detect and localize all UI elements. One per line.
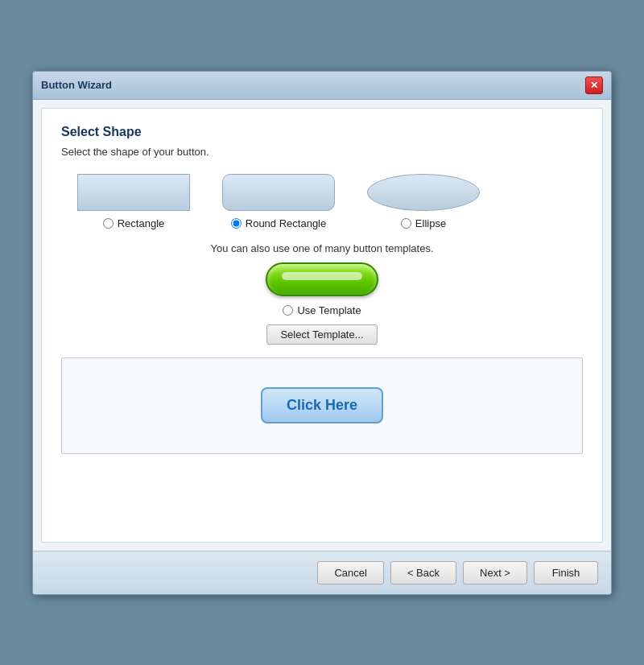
rectangle-option: Rectangle (77, 174, 190, 229)
click-here-button[interactable]: Click Here (261, 387, 383, 423)
ellipse-preview (367, 174, 480, 211)
round-rectangle-label[interactable]: Round Rectangle (231, 217, 326, 229)
section-description: Select the shape of your button. (61, 146, 583, 158)
content-area: Select Shape Select the shape of your bu… (41, 108, 603, 543)
preview-box: Click Here (61, 357, 583, 454)
wizard-window: Button Wizard ✕ Select Shape Select the … (32, 71, 612, 595)
title-bar: Button Wizard ✕ (33, 72, 611, 100)
finish-button[interactable]: Finish (534, 561, 598, 584)
rectangle-label[interactable]: Rectangle (103, 217, 165, 229)
select-template-button[interactable]: Select Template... (266, 324, 377, 345)
round-rectangle-radio[interactable] (231, 218, 242, 229)
use-template-row: Use Template (283, 304, 361, 316)
shapes-row: Rectangle Round Rectangle Ellipse (61, 174, 583, 229)
section-title: Select Shape (61, 125, 583, 139)
next-button[interactable]: Next > (463, 561, 527, 584)
use-template-radio[interactable] (283, 305, 293, 316)
bottom-bar: Cancel < Back Next > Finish (33, 551, 611, 594)
rectangle-radio[interactable] (103, 218, 114, 229)
use-template-label[interactable]: Use Template (283, 304, 361, 316)
round-rectangle-label-text: Round Rectangle (246, 217, 326, 229)
round-rectangle-preview (222, 174, 335, 211)
use-template-label-text: Use Template (297, 304, 361, 316)
ellipse-radio[interactable] (401, 218, 411, 229)
rectangle-label-text: Rectangle (118, 217, 165, 229)
window-title: Button Wizard (41, 79, 112, 91)
ellipse-label-text: Ellipse (415, 217, 446, 229)
template-button-preview (266, 262, 378, 296)
cancel-button[interactable]: Cancel (317, 561, 383, 584)
back-button[interactable]: < Back (390, 561, 456, 584)
template-section: You can also use one of many button temp… (61, 242, 583, 345)
ellipse-option: Ellipse (367, 174, 480, 229)
close-button[interactable]: ✕ (585, 76, 603, 94)
round-rectangle-option: Round Rectangle (222, 174, 335, 229)
template-description: You can also use one of many button temp… (210, 242, 433, 254)
button-shine (282, 272, 362, 280)
rectangle-preview (77, 174, 190, 211)
ellipse-label[interactable]: Ellipse (401, 217, 446, 229)
